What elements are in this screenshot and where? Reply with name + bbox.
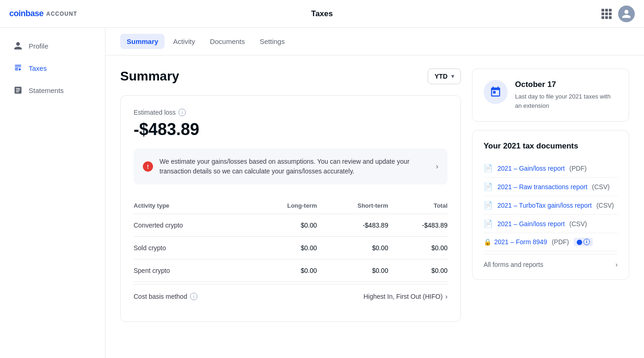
side-panel: October 17 Last day to file your 2021 ta…	[472, 68, 629, 322]
tab-documents[interactable]: Documents	[203, 34, 251, 49]
tab-activity[interactable]: Activity	[166, 34, 202, 49]
doc-item-gain-loss-pdf: 📄 2021 – Gain/loss report (PDF)	[484, 159, 618, 178]
sidebar-item-taxes[interactable]: Taxes	[4, 57, 101, 79]
doc-link-gain-loss-csv[interactable]: 2021 – Gain/loss report	[497, 220, 565, 228]
doc-format-form-8949: (PDF)	[552, 238, 569, 246]
tab-summary[interactable]: Summary	[120, 34, 165, 49]
file-icon-gain-loss-pdf: 📄	[484, 164, 493, 173]
doc-link-gain-loss-pdf[interactable]: 2021 – Gain/loss report	[497, 165, 565, 172]
estimated-label-text: Estimated loss	[134, 109, 176, 116]
doc-item-form-8949: 🔒 2021 – Form 8949 (PDF) ⬤ i	[484, 233, 618, 251]
warning-banner[interactable]: ! We estimate your gains/losses based on…	[134, 148, 448, 185]
cell-type: Spent crypto	[134, 259, 248, 282]
cell-type: Converted crypto	[134, 214, 248, 237]
cost-basis-chevron-icon: ›	[445, 293, 448, 300]
cell-total: $0.00	[388, 237, 448, 259]
person-icon	[13, 41, 23, 51]
grid-apps-icon[interactable]	[601, 9, 612, 19]
october-card-inner: October 17 Last day to file your 2021 ta…	[484, 80, 618, 110]
sidebar-item-statements[interactable]: Statements	[4, 80, 101, 101]
person-avatar-icon	[621, 9, 632, 19]
doc-item-turbotax: 📄 2021 – TurboTax gain/loss report (CSV)	[484, 196, 618, 215]
october-date: October 17	[515, 80, 618, 89]
doc-format-gain-loss-pdf: (PDF)	[570, 165, 587, 172]
main-layout: Profile Taxes Statements Summary Activit…	[0, 28, 644, 358]
lock-icon: 🔒	[484, 238, 491, 246]
cell-short-term: -$483.89	[317, 214, 388, 237]
col-total: Total	[388, 198, 448, 214]
ytd-selector-button[interactable]: YTD ▾	[428, 68, 461, 84]
sidebar-profile-label: Profile	[29, 42, 49, 50]
cell-type: Sold crypto	[134, 237, 248, 259]
toggle-badge[interactable]: ⬤ i	[574, 238, 593, 246]
col-short-term: Short-term	[317, 198, 388, 214]
badge-info-icon[interactable]: i	[583, 239, 590, 245]
cell-total: $0.00	[388, 259, 448, 282]
activity-table: Activity type Long-term Short-term Total…	[134, 198, 448, 282]
summary-card: Estimated loss i -$483.89 ! We estimate …	[120, 95, 461, 322]
sidebar: Profile Taxes Statements	[0, 28, 105, 358]
calendar-icon	[490, 86, 502, 98]
user-avatar[interactable]	[618, 6, 635, 22]
estimated-label-row: Estimated loss i	[134, 109, 448, 116]
coinbase-wordmark: coinbase	[9, 9, 43, 19]
cost-basis-info-icon[interactable]: i	[190, 293, 197, 300]
doc-format-raw-transactions: (CSV)	[592, 183, 610, 191]
cell-long-term: $0.00	[248, 259, 317, 282]
doc-item-gain-loss-csv: 📄 2021 – Gain/loss report (CSV)	[484, 215, 618, 233]
summary-header: Summary YTD ▾	[120, 68, 461, 84]
october-description: Last day to file your 2021 taxes with an…	[515, 92, 618, 110]
calendar-icon-wrap	[484, 80, 508, 104]
file-icon-turbotax: 📄	[484, 201, 493, 210]
all-forms-chevron-icon: ›	[615, 261, 618, 268]
chevron-down-icon: ▾	[451, 73, 454, 80]
october-info: October 17 Last day to file your 2021 ta…	[515, 80, 618, 110]
all-forms-row[interactable]: All forms and reports ›	[484, 254, 618, 268]
sidebar-taxes-label: Taxes	[29, 64, 47, 72]
col-activity-type: Activity type	[134, 198, 248, 214]
october-card: October 17 Last day to file your 2021 ta…	[472, 68, 629, 122]
estimated-amount: -$483.89	[134, 120, 448, 139]
doc-link-turbotax[interactable]: 2021 – TurboTax gain/loss report	[497, 202, 592, 209]
tax-docs-card: Your 2021 tax documents 📄 2021 – Gain/lo…	[472, 130, 629, 280]
taxes-icon	[13, 63, 23, 73]
statements-icon	[13, 85, 23, 95]
file-icon-raw-transactions: 📄	[484, 182, 493, 191]
file-icon-gain-loss-csv: 📄	[484, 219, 493, 228]
top-navigation: coinbase ACCOUNT Taxes	[0, 0, 644, 28]
cost-basis-value[interactable]: Highest In, First Out (HIFO) ›	[363, 293, 448, 300]
estimated-info-icon[interactable]: i	[178, 109, 186, 116]
topnav-actions	[601, 6, 635, 22]
col-long-term: Long-term	[248, 198, 317, 214]
doc-format-gain-loss-csv: (CSV)	[570, 220, 587, 228]
tab-settings[interactable]: Settings	[253, 34, 291, 49]
page-title: Taxes	[311, 9, 333, 19]
warning-chevron-icon: ›	[436, 162, 438, 171]
table-row: Sold crypto $0.00 $0.00 $0.00	[134, 237, 448, 259]
cell-short-term: $0.00	[317, 259, 388, 282]
cell-total: -$483.89	[388, 214, 448, 237]
doc-link-raw-transactions[interactable]: 2021 – Raw transactions report	[497, 183, 588, 191]
main-content: Summary Activity Documents Settings Summ…	[105, 28, 644, 358]
doc-link-form-8949[interactable]: 2021 – Form 8949	[494, 238, 547, 246]
brand-logo[interactable]: coinbase ACCOUNT	[9, 9, 77, 19]
summary-title: Summary	[120, 69, 179, 84]
all-forms-label[interactable]: All forms and reports	[484, 261, 543, 268]
ytd-label: YTD	[435, 73, 448, 80]
summary-main: Summary YTD ▾ Estimated loss i -$483.89 …	[120, 68, 461, 322]
cell-long-term: $0.00	[248, 214, 317, 237]
cost-basis-row[interactable]: Cost basis method i Highest In, First Ou…	[134, 284, 448, 309]
table-row: Converted crypto $0.00 -$483.89 -$483.89	[134, 214, 448, 237]
table-row: Spent crypto $0.00 $0.00 $0.00	[134, 259, 448, 282]
cell-long-term: $0.00	[248, 237, 317, 259]
tab-bar: Summary Activity Documents Settings	[105, 28, 644, 56]
content-area: Summary YTD ▾ Estimated loss i -$483.89 …	[105, 56, 644, 335]
toggle-icon: ⬤	[577, 239, 582, 245]
account-label: ACCOUNT	[46, 11, 77, 17]
sidebar-statements-label: Statements	[29, 86, 64, 94]
tax-docs-title: Your 2021 tax documents	[484, 142, 618, 151]
cell-short-term: $0.00	[317, 237, 388, 259]
warning-text: We estimate your gains/losses based on a…	[159, 157, 429, 176]
warning-icon: !	[143, 161, 153, 172]
sidebar-item-profile[interactable]: Profile	[4, 35, 101, 56]
